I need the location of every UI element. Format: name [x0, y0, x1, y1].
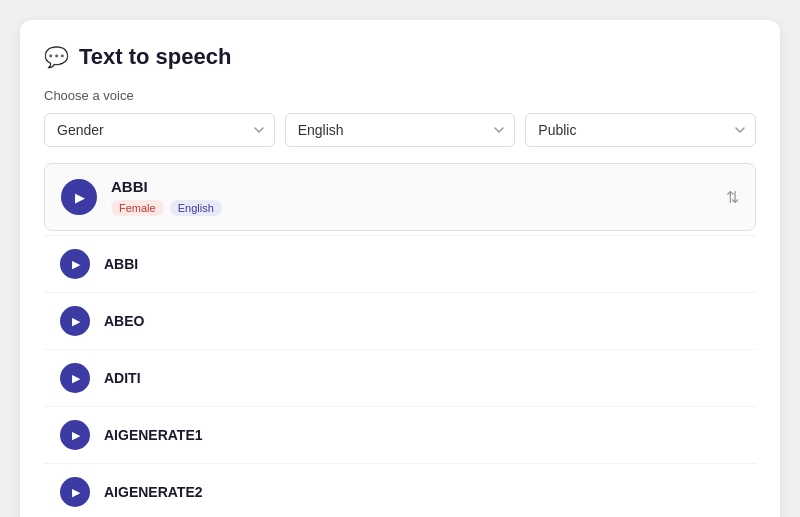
voice-name: ADITI	[104, 370, 141, 386]
selected-play-button[interactable]: ▶	[61, 179, 97, 215]
gender-select[interactable]: Gender Male Female	[44, 113, 275, 147]
play-icon: ▶	[72, 372, 80, 385]
english-tag: English	[170, 200, 222, 216]
page-title: Text to speech	[79, 44, 231, 70]
header: 💬 Text to speech	[44, 44, 756, 70]
list-item[interactable]: ▶ABBI	[44, 236, 756, 293]
play-icon: ▶	[75, 190, 85, 205]
visibility-select[interactable]: Public Private	[525, 113, 756, 147]
list-item[interactable]: ▶ABEO	[44, 293, 756, 350]
voice-play-button[interactable]: ▶	[60, 306, 90, 336]
selected-voice-name: ABBI	[111, 178, 222, 195]
voice-name: ABBI	[104, 256, 138, 272]
expand-collapse-icon[interactable]: ⇅	[726, 188, 739, 207]
list-item[interactable]: ▶AIGENERATE1	[44, 407, 756, 464]
speech-icon: 💬	[44, 45, 69, 69]
voice-name: AIGENERATE2	[104, 484, 203, 500]
choose-voice-label: Choose a voice	[44, 88, 756, 103]
play-icon: ▶	[72, 258, 80, 271]
voice-play-button[interactable]: ▶	[60, 363, 90, 393]
selected-voice-left: ▶ ABBI Female English	[61, 178, 222, 216]
voice-play-button[interactable]: ▶	[60, 249, 90, 279]
voice-name: ABEO	[104, 313, 144, 329]
main-card: 💬 Text to speech Choose a voice Gender M…	[20, 20, 780, 517]
play-icon: ▶	[72, 429, 80, 442]
selected-voice-card: ▶ ABBI Female English ⇅	[44, 163, 756, 231]
filters-row: Gender Male Female English Spanish Frenc…	[44, 113, 756, 147]
voice-list: ▶ABBI▶ABEO▶ADITI▶AIGENERATE1▶AIGENERATE2…	[44, 235, 756, 517]
play-icon: ▶	[72, 315, 80, 328]
voice-play-button[interactable]: ▶	[60, 420, 90, 450]
language-select[interactable]: English Spanish French German	[285, 113, 516, 147]
voice-tags: Female English	[111, 200, 222, 216]
selected-voice-info: ABBI Female English	[111, 178, 222, 216]
voice-play-button[interactable]: ▶	[60, 477, 90, 507]
play-icon: ▶	[72, 486, 80, 499]
voice-name: AIGENERATE1	[104, 427, 203, 443]
list-item[interactable]: ▶AIGENERATE2	[44, 464, 756, 517]
list-item[interactable]: ▶ADITI	[44, 350, 756, 407]
female-tag: Female	[111, 200, 164, 216]
